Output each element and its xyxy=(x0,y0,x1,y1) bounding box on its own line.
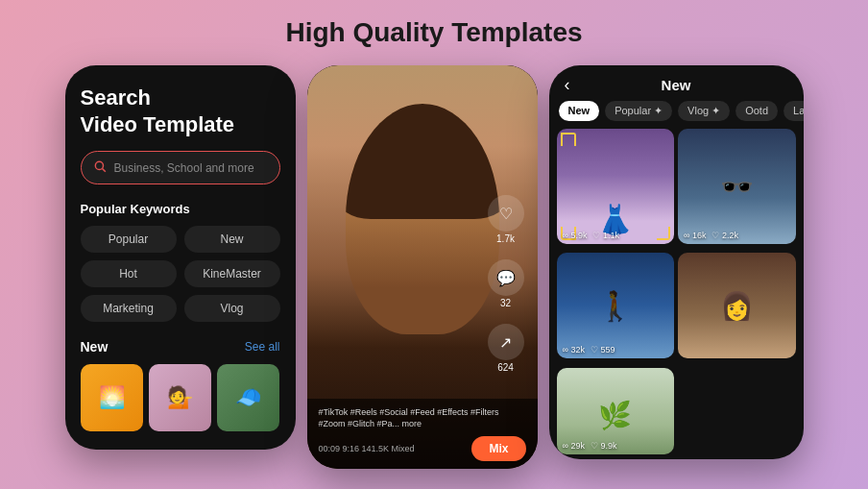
video-bottom-bar: #TikTok #Reels #Social #Feed #Effects #F… xyxy=(307,399,538,469)
phone-search: SearchVideo Template Business, School an… xyxy=(65,65,296,450)
thumb-3-img: 🧢 xyxy=(217,364,279,431)
new-section-title: New xyxy=(81,339,108,355)
page-title: High Quality Templates xyxy=(285,17,582,48)
thumb-2-img: 💁 xyxy=(149,364,211,431)
plays-1: ∞ 5.9k xyxy=(563,231,588,240)
phone-gallery: ‹ New New Popular ✦ Vlog ✦ Ootd Lab ∞ 5.… xyxy=(549,65,804,459)
thumb-1-img: 🌅 xyxy=(81,364,143,431)
card-3-stats: ∞ 32k ♡ 559 xyxy=(563,345,615,355)
search-placeholder-text: Business, School and more xyxy=(114,161,254,175)
like-count: 1.7k xyxy=(496,233,515,244)
gallery-card-3[interactable]: ∞ 32k ♡ 559 xyxy=(557,253,675,358)
gallery-img-3 xyxy=(557,253,675,358)
plays-3: ∞ 32k xyxy=(563,345,585,355)
phone-video: ♡ 1.7k 💬 32 ↗ 624 #TikTok #Reels #Social… xyxy=(307,65,538,469)
like-icon[interactable]: ♡ xyxy=(488,195,524,232)
popular-keywords-heading: Popular Keywords xyxy=(81,202,280,216)
tab-vlog[interactable]: Vlog ✦ xyxy=(678,101,730,121)
gallery-title: New xyxy=(662,77,691,93)
time-info: 00:09 9:16 141.5K Mixed xyxy=(319,444,415,453)
side-icons: ♡ 1.7k 💬 32 ↗ 624 xyxy=(488,195,524,373)
hair-overlay xyxy=(346,104,499,219)
thumb-2[interactable]: 💁 xyxy=(149,364,211,431)
gallery-top-bar: ‹ New xyxy=(549,65,804,101)
likes-5: ♡ 9.9k xyxy=(591,441,617,451)
card-1-stats: ∞ 5.9k ♡ 1.1k xyxy=(563,231,619,240)
likes-3: ♡ 559 xyxy=(591,345,615,355)
card-2-stats: ∞ 16k ♡ 2.2k xyxy=(684,231,738,240)
svg-line-1 xyxy=(102,169,105,172)
gallery-tabs: New Popular ✦ Vlog ✦ Ootd Lab xyxy=(549,101,804,129)
bottom-controls: 00:09 9:16 141.5K Mixed Mix xyxy=(319,436,526,461)
likes-2: ♡ 2.2k xyxy=(711,231,738,240)
search-bar[interactable]: Business, School and more xyxy=(81,151,280,184)
plays-5: ∞ 29k xyxy=(563,441,585,451)
card-5-stats: ∞ 29k ♡ 9.9k xyxy=(563,441,617,451)
like-group[interactable]: ♡ 1.7k xyxy=(488,195,524,244)
mix-button[interactable]: Mix xyxy=(471,436,525,461)
share-icon[interactable]: ↗ xyxy=(488,324,524,360)
see-all-link[interactable]: See all xyxy=(245,340,280,354)
new-section-header: New See all xyxy=(81,339,280,355)
tab-ootd[interactable]: Ootd xyxy=(735,101,778,121)
share-count: 624 xyxy=(497,362,514,373)
thumbnails-row: 🌅 💁 🧢 xyxy=(81,364,280,431)
plays-2: ∞ 16k xyxy=(684,231,706,240)
keyword-kinemaster[interactable]: KineMaster xyxy=(184,260,280,287)
gallery-card-2[interactable]: ∞ 16k ♡ 2.2k xyxy=(678,129,796,244)
gallery-card-1[interactable]: ∞ 5.9k ♡ 1.1k xyxy=(557,129,675,244)
gallery-img-4 xyxy=(678,253,796,358)
tab-lab[interactable]: Lab xyxy=(784,101,803,121)
phones-row: SearchVideo Template Business, School an… xyxy=(65,65,804,469)
back-button[interactable]: ‹ xyxy=(565,75,570,95)
share-group[interactable]: ↗ 624 xyxy=(488,324,524,373)
thumb-3[interactable]: 🧢 xyxy=(217,364,279,431)
gallery-card-4[interactable] xyxy=(678,253,796,358)
gallery-card-5[interactable]: ∞ 29k ♡ 9.9k xyxy=(557,368,675,454)
thumb-1[interactable]: 🌅 xyxy=(81,364,143,431)
search-video-title: SearchVideo Template xyxy=(81,85,280,137)
tab-popular[interactable]: Popular ✦ xyxy=(605,101,672,121)
search-icon xyxy=(93,159,107,176)
comment-group[interactable]: 💬 32 xyxy=(488,259,524,308)
comment-icon[interactable]: 💬 xyxy=(488,259,524,296)
keyword-vlog[interactable]: Vlog xyxy=(184,295,280,322)
svg-point-0 xyxy=(95,161,103,169)
keyword-new[interactable]: New xyxy=(184,226,280,253)
keyword-marketing[interactable]: Marketing xyxy=(81,295,177,322)
face-portrait xyxy=(346,104,499,334)
likes-1: ♡ 1.1k xyxy=(592,231,619,240)
keyword-hot[interactable]: Hot xyxy=(81,260,177,287)
tab-new[interactable]: New xyxy=(559,101,600,121)
keywords-grid: Popular New Hot KineMaster Marketing Vlo… xyxy=(81,226,280,322)
comment-count: 32 xyxy=(500,298,511,308)
keyword-popular[interactable]: Popular xyxy=(81,226,177,253)
gallery-img-2 xyxy=(678,129,796,244)
gallery-grid: ∞ 5.9k ♡ 1.1k ∞ 16k ♡ 2.2k ∞ 32k ♡ 559 xyxy=(549,129,804,459)
hashtags-text: #TikTok #Reels #Social #Feed #Effects #F… xyxy=(319,406,526,430)
gallery-img-1 xyxy=(557,129,675,244)
